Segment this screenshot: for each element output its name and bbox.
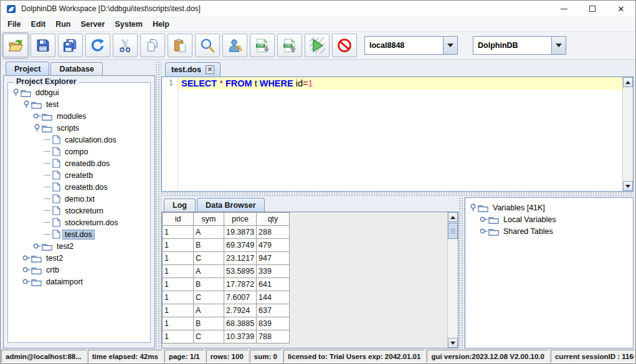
collapse-handle-icon[interactable] bbox=[480, 216, 488, 223]
login-button[interactable] bbox=[222, 34, 247, 57]
table-cell[interactable]: 68.3885 bbox=[224, 317, 257, 330]
collapse-handle-icon[interactable] bbox=[33, 113, 41, 119]
table-cell[interactable]: A bbox=[194, 265, 224, 278]
table-cell[interactable]: C bbox=[194, 252, 224, 265]
table-cell[interactable]: 288 bbox=[257, 226, 290, 239]
expand-handle-icon[interactable] bbox=[12, 88, 20, 96]
tree-item-shared-tables[interactable]: Shared Tables bbox=[465, 225, 633, 237]
run-button[interactable] bbox=[305, 34, 330, 57]
paste-button[interactable] bbox=[168, 34, 192, 57]
mode-combo-arrow-button[interactable] bbox=[551, 37, 566, 54]
menu-item-file[interactable]: File bbox=[2, 19, 26, 30]
csv-export-button[interactable]: CSV bbox=[277, 34, 302, 57]
collapse-handle-icon[interactable] bbox=[480, 228, 488, 235]
tree-item-createtb-dos[interactable]: createtb.dos bbox=[8, 181, 150, 193]
table-cell[interactable]: 479 bbox=[257, 239, 290, 252]
expand-handle-icon[interactable] bbox=[469, 203, 477, 212]
server-combo-arrow-button[interactable] bbox=[443, 37, 457, 54]
table-cell[interactable]: C bbox=[194, 330, 224, 343]
table-cell[interactable]: 1 bbox=[163, 278, 194, 291]
minimize-button[interactable] bbox=[549, 1, 578, 17]
table-cell[interactable]: A bbox=[194, 226, 224, 239]
tree-item-local-variables[interactable]: Local Variables bbox=[465, 213, 633, 225]
cut-button[interactable] bbox=[113, 34, 138, 57]
tree-item-test2[interactable]: test2 bbox=[8, 240, 150, 252]
menu-item-edit[interactable]: Edit bbox=[26, 19, 51, 30]
menu-item-system[interactable]: System bbox=[110, 19, 147, 30]
tree-item-test-dos[interactable]: test.dos bbox=[8, 228, 150, 240]
collapse-handle-icon[interactable] bbox=[22, 266, 31, 273]
table-cell[interactable]: 637 bbox=[257, 304, 290, 317]
scroll-up-button[interactable] bbox=[623, 77, 633, 87]
table-cell[interactable]: 1 bbox=[163, 304, 194, 317]
tree-item-ddbgui[interactable]: ddbgui bbox=[8, 86, 150, 98]
open-button[interactable] bbox=[3, 34, 28, 57]
table-cell[interactable]: A bbox=[194, 304, 224, 317]
table-cell[interactable]: 1 bbox=[163, 291, 194, 304]
table-scrollbar-thumb[interactable] bbox=[448, 223, 458, 239]
maximize-button[interactable] bbox=[578, 1, 607, 17]
bottom-splitter[interactable] bbox=[458, 197, 465, 348]
scroll-down-button[interactable] bbox=[623, 181, 633, 191]
tab-log[interactable]: Log bbox=[164, 198, 196, 212]
tab-project[interactable]: Project bbox=[6, 62, 49, 75]
expand-handle-icon[interactable] bbox=[22, 100, 31, 108]
column-header-id[interactable]: id bbox=[163, 213, 194, 226]
menu-item-help[interactable]: Help bbox=[148, 19, 174, 30]
table-cell[interactable]: 947 bbox=[257, 252, 290, 265]
table-vertical-scrollbar[interactable] bbox=[447, 212, 458, 348]
tree-item-createdb-dos[interactable]: createdb.dos bbox=[8, 157, 150, 169]
table-cell[interactable]: 788 bbox=[257, 330, 290, 343]
search-button[interactable] bbox=[195, 34, 220, 57]
table-cell[interactable]: 2.7924 bbox=[224, 304, 257, 317]
tree-item-scripts[interactable]: scripts bbox=[8, 122, 150, 134]
table-cell[interactable]: 1 bbox=[163, 265, 194, 278]
tree-item-crtb[interactable]: crtb bbox=[8, 264, 150, 276]
table-cell[interactable]: 53.5895 bbox=[224, 265, 257, 278]
tree-item-stockreturn[interactable]: stockreturn bbox=[8, 205, 150, 217]
tree-item-compo[interactable]: compo bbox=[8, 146, 150, 157]
table-scroll-down-button[interactable] bbox=[448, 338, 458, 348]
table-cell[interactable]: B bbox=[194, 278, 224, 291]
collapse-handle-icon[interactable] bbox=[22, 278, 31, 285]
table-cell[interactable]: 339 bbox=[257, 265, 290, 278]
tree-item-stockreturn-dos[interactable]: stockreturn.dos bbox=[8, 217, 150, 228]
table-cell[interactable]: 10.3739 bbox=[224, 330, 257, 343]
tree-item-variables-41k-[interactable]: Variables [41K] bbox=[465, 202, 633, 213]
tree-item-test[interactable]: test bbox=[8, 98, 150, 110]
close-button[interactable]: ✕ bbox=[607, 1, 635, 17]
table-cell[interactable]: 641 bbox=[257, 278, 290, 291]
editor-body[interactable]: 1 SELECT * FROM t WHERE id=1 bbox=[161, 77, 634, 192]
table-cell[interactable]: C bbox=[194, 291, 224, 304]
table-cell[interactable]: 839 bbox=[257, 317, 290, 330]
tree-item-createtb[interactable]: createtb bbox=[8, 169, 150, 181]
table-cell[interactable]: B bbox=[194, 317, 224, 330]
tree-item-calculation-dos[interactable]: calculation.dos bbox=[8, 134, 150, 146]
column-header-sym[interactable]: sym bbox=[194, 213, 224, 226]
table-cell[interactable]: B bbox=[194, 239, 224, 252]
copy-button[interactable] bbox=[140, 34, 165, 57]
save-all-button[interactable] bbox=[58, 34, 83, 57]
table-cell[interactable]: 1 bbox=[163, 317, 194, 330]
editor-tab-testdos[interactable]: test.dos ✕ bbox=[165, 62, 221, 77]
editor-current-line[interactable]: SELECT * FROM t WHERE id=1 bbox=[179, 77, 622, 90]
column-header-price[interactable]: price bbox=[224, 213, 257, 226]
editor-vertical-scrollbar[interactable] bbox=[622, 77, 633, 191]
cancel-button[interactable] bbox=[332, 34, 357, 57]
tree-item-demo-txt[interactable]: demo.txt bbox=[8, 193, 150, 205]
tab-database[interactable]: Database bbox=[50, 62, 103, 75]
collapse-handle-icon[interactable] bbox=[33, 243, 41, 250]
table-cell[interactable]: 19.3873 bbox=[224, 226, 257, 239]
table-cell[interactable]: 69.3749 bbox=[224, 239, 257, 252]
expand-handle-icon[interactable] bbox=[33, 124, 41, 132]
editor-tab-close-icon[interactable]: ✕ bbox=[206, 65, 214, 74]
tab-data-browser[interactable]: Data Browser bbox=[197, 198, 265, 212]
table-cell[interactable]: 23.1217 bbox=[224, 252, 257, 265]
table-cell[interactable]: 7.6007 bbox=[224, 291, 257, 304]
table-cell[interactable]: 17.7872 bbox=[224, 278, 257, 291]
refresh-button[interactable] bbox=[85, 34, 110, 57]
save-button[interactable] bbox=[31, 34, 55, 57]
table-cell[interactable]: 144 bbox=[257, 291, 290, 304]
tree-item-test2[interactable]: test2 bbox=[8, 252, 150, 264]
column-header-qty[interactable]: qty bbox=[257, 213, 290, 226]
